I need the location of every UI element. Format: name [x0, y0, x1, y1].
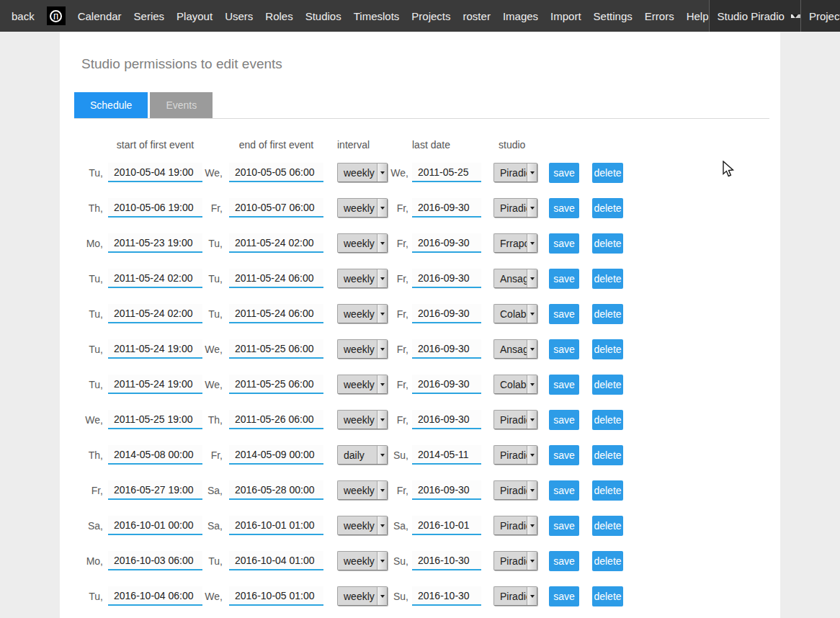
end-datetime-input[interactable] [229, 480, 323, 500]
save-button[interactable]: save [549, 551, 579, 571]
interval-select[interactable]: weekly [337, 163, 388, 182]
studio-select[interactable]: Piradio [493, 445, 537, 465]
delete-button[interactable]: delete [592, 586, 623, 606]
save-button[interactable]: save [549, 410, 579, 430]
end-datetime-input[interactable] [229, 163, 323, 182]
last-date-input[interactable] [412, 445, 481, 465]
studio-select[interactable]: Piradio [493, 516, 537, 535]
end-datetime-input[interactable] [229, 410, 323, 429]
interval-select[interactable]: weekly [337, 516, 388, 535]
studio-select[interactable]: Piradio [493, 480, 537, 500]
delete-button[interactable]: delete [592, 551, 623, 571]
interval-select[interactable]: weekly [337, 551, 388, 570]
delete-button[interactable]: delete [592, 198, 623, 218]
last-date-input[interactable] [412, 516, 481, 535]
studio-select[interactable]: Frrapo [493, 233, 537, 253]
studio-select[interactable]: Piradio [493, 551, 537, 570]
tab-events[interactable]: Events [150, 92, 213, 118]
save-button[interactable]: save [549, 516, 579, 536]
save-button[interactable]: save [549, 375, 579, 395]
start-datetime-input[interactable] [108, 551, 202, 570]
studio-select[interactable]: Colabo [493, 375, 537, 394]
nav-item-errors[interactable]: Errors [645, 10, 674, 22]
start-datetime-input[interactable] [108, 480, 202, 500]
delete-button[interactable]: delete [592, 445, 623, 465]
last-date-input[interactable] [412, 410, 481, 429]
nav-item-studios[interactable]: Studios [305, 10, 341, 22]
nav-item-projects[interactable]: Projects [411, 10, 450, 22]
start-datetime-input[interactable] [108, 445, 202, 465]
start-datetime-input[interactable] [108, 163, 202, 182]
save-button[interactable]: save [549, 269, 579, 289]
end-datetime-input[interactable] [229, 198, 323, 218]
last-date-input[interactable] [412, 304, 481, 323]
save-button[interactable]: save [549, 163, 579, 183]
delete-button[interactable]: delete [592, 233, 623, 254]
last-date-input[interactable] [412, 198, 481, 218]
studio-select[interactable]: Piradio [493, 198, 537, 218]
delete-button[interactable]: delete [592, 304, 623, 324]
start-datetime-input[interactable] [108, 304, 202, 323]
end-datetime-input[interactable] [229, 516, 323, 535]
nav-item-playout[interactable]: Playout [177, 10, 213, 22]
last-date-input[interactable] [412, 339, 481, 359]
interval-select[interactable]: daily [337, 445, 388, 465]
delete-button[interactable]: delete [592, 269, 623, 289]
nav-item-series[interactable]: Series [134, 10, 165, 22]
end-datetime-input[interactable] [229, 339, 323, 359]
last-date-input[interactable] [412, 375, 481, 394]
nav-item-import[interactable]: Import [550, 10, 581, 22]
end-datetime-input[interactable] [229, 586, 323, 606]
nav-item-calendar[interactable]: Calendar [78, 10, 122, 22]
delete-button[interactable]: delete [592, 516, 623, 536]
studio-select[interactable]: Ansage [493, 269, 537, 288]
last-date-input[interactable] [412, 163, 481, 182]
start-datetime-input[interactable] [108, 198, 202, 218]
studio-select[interactable]: Piradio [493, 163, 537, 182]
delete-button[interactable]: delete [592, 480, 623, 501]
start-datetime-input[interactable] [108, 339, 202, 359]
start-datetime-input[interactable] [108, 269, 202, 288]
end-datetime-input[interactable] [229, 233, 323, 253]
interval-select[interactable]: weekly [337, 375, 388, 394]
delete-button[interactable]: delete [592, 375, 623, 395]
save-button[interactable]: save [549, 445, 579, 465]
start-datetime-input[interactable] [108, 375, 202, 394]
nav-item-users[interactable]: Users [225, 10, 253, 22]
save-button[interactable]: save [549, 304, 579, 324]
tab-schedule[interactable]: Schedule [74, 92, 148, 118]
nav-item-roster[interactable]: roster [463, 10, 491, 22]
interval-select[interactable]: weekly [337, 304, 388, 323]
last-date-input[interactable] [412, 586, 481, 606]
studio-select[interactable]: Colabo [493, 304, 537, 323]
interval-select[interactable]: weekly [337, 586, 388, 606]
interval-select[interactable]: weekly [337, 269, 388, 288]
end-datetime-input[interactable] [229, 269, 323, 288]
save-button[interactable]: save [549, 233, 579, 254]
save-button[interactable]: save [549, 480, 579, 501]
interval-select[interactable]: weekly [337, 410, 388, 429]
save-button[interactable]: save [549, 586, 579, 606]
interval-select[interactable]: weekly [337, 339, 388, 359]
nav-item-settings[interactable]: Settings [594, 10, 633, 22]
end-datetime-input[interactable] [229, 551, 323, 570]
start-datetime-input[interactable] [108, 586, 202, 606]
nav-item-back[interactable]: back [12, 10, 35, 22]
last-date-input[interactable] [412, 269, 481, 288]
piradio-logo-icon[interactable]: ∏ [47, 6, 66, 25]
save-button[interactable]: save [549, 198, 579, 218]
interval-select[interactable]: weekly [337, 233, 388, 253]
nav-item-roles[interactable]: Roles [265, 10, 292, 22]
save-button[interactable]: save [549, 339, 579, 359]
studio-select[interactable]: Ansage [493, 339, 537, 359]
interval-select[interactable]: weekly [337, 198, 388, 218]
nav-item-images[interactable]: Images [503, 10, 538, 22]
start-datetime-input[interactable] [108, 516, 202, 535]
nav-item-timeslots[interactable]: Timeslots [354, 10, 400, 22]
last-date-input[interactable] [412, 551, 481, 570]
project-dropdown[interactable]: Project 88vier [800, 0, 840, 32]
start-datetime-input[interactable] [108, 233, 202, 253]
end-datetime-input[interactable] [229, 304, 323, 323]
interval-select[interactable]: weekly [337, 480, 388, 500]
last-date-input[interactable] [412, 480, 481, 500]
